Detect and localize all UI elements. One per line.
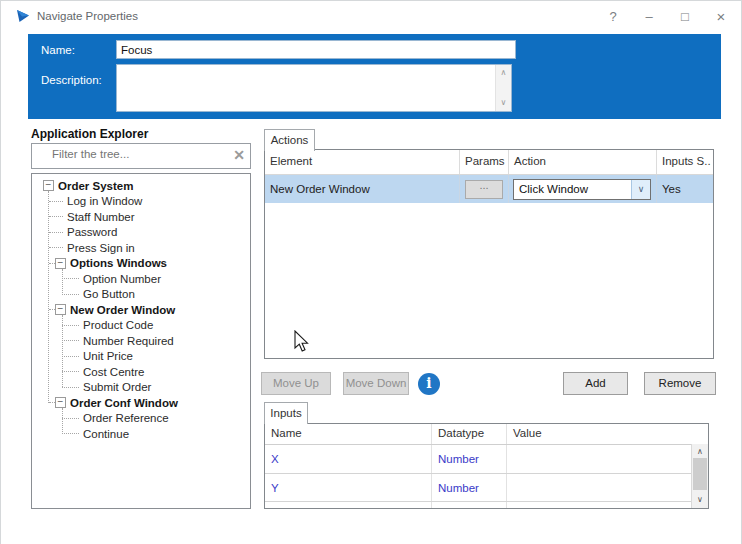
tree-item-label: Password <box>67 226 118 238</box>
input-row-y[interactable]: Y Number <box>265 474 708 502</box>
input-datatype-cell: Text <box>432 502 507 509</box>
action-select-value: Click Window <box>514 183 588 195</box>
tree-item-cost-centre[interactable]: Cost Centre <box>32 364 250 380</box>
maximize-button[interactable]: □ <box>667 9 703 24</box>
close-button[interactable]: × <box>703 8 739 25</box>
tree-item-label: Number Required <box>83 335 174 347</box>
info-icon[interactable]: i <box>418 373 440 395</box>
input-row-x[interactable]: X Number <box>265 445 708 474</box>
tree-item-label: Submit Order <box>83 381 151 393</box>
scroll-up-icon[interactable]: ∧ <box>692 448 708 456</box>
action-cell: Click Window ∨ <box>509 175 657 203</box>
tree-item-unit-price[interactable]: Unit Price <box>32 349 250 365</box>
action-select[interactable]: Click Window ∨ <box>513 179 651 200</box>
name-label: Name: <box>41 44 75 56</box>
tree-item-label: Options Windows <box>70 257 167 269</box>
tree-item-number-required[interactable]: Number Required <box>32 333 250 349</box>
tree-item-label: Product Code <box>83 319 153 331</box>
properties-header-panel: Name: Description: ∧ ∨ <box>28 34 721 119</box>
tree-item-password[interactable]: Password <box>32 225 250 241</box>
actions-table: Element Params Action Inputs S.. New Ord… <box>264 149 714 359</box>
remove-button[interactable]: Remove <box>644 372 716 395</box>
application-explorer-title: Application Explorer <box>31 127 148 141</box>
tree-branch-stub <box>62 340 79 341</box>
tree-item-label: Option Number <box>83 273 161 285</box>
tree-branch-stub <box>62 433 79 434</box>
tree-branch-stub <box>62 325 79 326</box>
scroll-up-icon[interactable]: ∧ <box>496 69 511 77</box>
minimize-button[interactable]: – <box>631 9 667 24</box>
input-datatype-cell: Number <box>432 474 507 501</box>
tab-actions[interactable]: Actions <box>264 129 315 151</box>
action-element-cell: New Order Window <box>265 175 460 203</box>
tree-branch-stub <box>62 371 79 372</box>
collapse-icon[interactable]: − <box>55 397 66 408</box>
tree-item-label: Order Reference <box>83 412 169 424</box>
tree-item-press-sign-in[interactable]: Press Sign in <box>32 240 250 256</box>
column-header-name: Name <box>265 424 432 444</box>
tree-branch-stub <box>62 418 79 419</box>
tree-item-label: New Order Window <box>70 304 175 316</box>
scrollbar-thumb[interactable] <box>693 458 707 490</box>
scroll-down-icon[interactable]: ∨ <box>692 496 708 504</box>
tree-item-staff-number[interactable]: Staff Number <box>32 209 250 225</box>
input-row-mouse-button[interactable]: Mouse Button Text <box>265 502 708 509</box>
chevron-down-icon[interactable]: ∨ <box>631 180 650 199</box>
tree-branch-stub <box>62 356 79 357</box>
tree-item-continue[interactable]: Continue <box>32 426 250 442</box>
collapse-icon[interactable]: − <box>55 258 66 269</box>
help-button[interactable]: ? <box>595 9 631 24</box>
tree-item-label: Order Conf Window <box>70 397 178 409</box>
tree-item-order-conf-window[interactable]: − Order Conf Window <box>32 395 250 411</box>
inputs-table-header: Name Datatype Value <box>265 424 708 445</box>
tree-item-submit-order[interactable]: Submit Order <box>32 380 250 396</box>
move-down-button[interactable]: Move Down <box>343 372 409 395</box>
actions-table-header: Element Params Action Inputs S.. <box>265 150 713 175</box>
inputs-scrollbar[interactable]: ∧ ∨ <box>691 444 708 508</box>
tree-item-order-system[interactable]: − Order System <box>32 178 250 194</box>
tree-item-log-in-window[interactable]: Log in Window <box>32 194 250 210</box>
tree-branch-stub <box>62 294 79 295</box>
tab-inputs[interactable]: Inputs <box>264 402 308 424</box>
move-up-button[interactable]: Move Up <box>261 372 331 395</box>
action-params-cell: ... <box>460 175 509 203</box>
tree-item-order-reference[interactable]: Order Reference <box>32 411 250 427</box>
params-ellipsis-button[interactable]: ... <box>465 180 503 199</box>
name-field[interactable] <box>116 40 516 59</box>
tree-item-label: Cost Centre <box>83 366 144 378</box>
input-value-cell[interactable] <box>507 502 692 509</box>
title-bar: Navigate Properties ? – □ × <box>1 1 741 31</box>
application-tree: − Order System Log in Window Staff Numbe… <box>31 173 251 509</box>
tree-branch-stub <box>49 216 63 217</box>
scroll-down-icon[interactable]: ∨ <box>496 99 511 107</box>
column-header-value: Value <box>507 424 692 444</box>
tree-item-new-order-window[interactable]: − New Order Window <box>32 302 250 318</box>
column-header-inputs-set: Inputs S.. <box>657 150 713 174</box>
app-icon <box>15 8 31 24</box>
tree-item-option-number[interactable]: Option Number <box>32 271 250 287</box>
input-value-cell[interactable] <box>507 474 692 501</box>
action-row-selected[interactable]: New Order Window ... Click Window ∨ Yes <box>265 175 713 203</box>
tree-item-product-code[interactable]: Product Code <box>32 318 250 334</box>
tree-item-label: Unit Price <box>83 350 133 362</box>
description-field[interactable]: ∧ ∨ <box>116 64 512 112</box>
input-value-cell[interactable] <box>507 445 692 473</box>
collapse-icon[interactable]: − <box>55 304 66 315</box>
collapse-icon[interactable]: − <box>43 180 54 191</box>
filter-box: ✕ <box>31 143 251 169</box>
input-name-cell: X <box>265 445 432 473</box>
clear-filter-icon[interactable]: ✕ <box>233 147 245 163</box>
description-scrollbar[interactable]: ∧ ∨ <box>495 65 511 111</box>
filter-input[interactable] <box>50 147 214 161</box>
tree-branch-stub <box>62 387 79 388</box>
tree-item-label: Staff Number <box>67 211 135 223</box>
add-button[interactable]: Add <box>563 372 628 395</box>
tree-item-options-windows[interactable]: − Options Windows <box>32 256 250 272</box>
tree-branch-stub <box>49 247 63 248</box>
tree-branch-stub <box>49 201 63 202</box>
tree-branch-stub <box>62 278 79 279</box>
inputs-table: Name Datatype Value X Number Y Number Mo… <box>264 423 709 509</box>
mouse-cursor <box>294 330 311 353</box>
tree-item-label: Press Sign in <box>67 242 135 254</box>
tree-item-go-button[interactable]: Go Button <box>32 287 250 303</box>
